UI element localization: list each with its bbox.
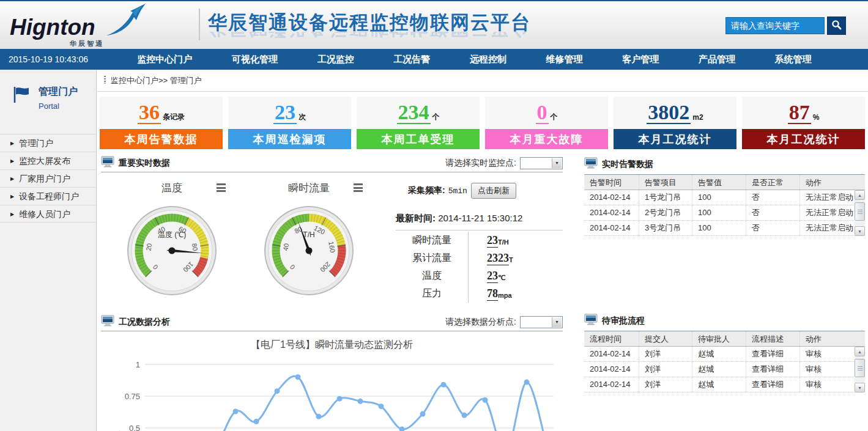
scroll-up-icon[interactable]: ▲ [855,190,865,200]
scroll-down-icon[interactable]: ▼ [855,226,865,236]
stat-unit: m2 [692,113,703,122]
monitor-icon [101,315,114,329]
logo-text: Hignton [10,15,95,40]
main-nav: 2015-10-19 10:43:06 监控中心门户 可视化管理 工况监控 工况… [0,49,868,70]
nav-item-condition-monitor[interactable]: 工况监控 [317,54,354,65]
metric-label: 累计流量 [396,252,468,265]
nav-item-system-mgmt[interactable]: 系统管理 [775,54,812,65]
table-row: 2014-02-141号龙门吊100否无法正常启动 [584,190,865,205]
logo: Hignton 华辰智通 [9,4,201,48]
table-row: 2014-02-143号龙门吊100否无法正常启动 [584,221,865,236]
analysis-point-select[interactable]: ▼ [520,316,563,328]
nav-item-condition-alarm[interactable]: 工况告警 [393,54,430,65]
sidebar-item-admin-portal[interactable]: ▶ 管理门户 [0,134,96,152]
scrollbar-thumb[interactable] [855,202,865,221]
search-button[interactable] [827,17,846,35]
nav-item-customer-mgmt[interactable]: 客户管理 [622,54,659,65]
svg-text:80: 80 [191,243,199,251]
page-header: Hignton 华辰智通 华辰智通设备远程监控物联网云平台 华辰智通设备远程监控… [0,0,868,49]
metric-value: 23 [487,234,498,248]
nav-item-product-mgmt[interactable]: 产品管理 [699,54,735,65]
nav-item-visual-mgmt[interactable]: 可视化管理 [232,54,278,65]
chevron-down-icon[interactable]: ▼ [552,158,562,168]
monitor-point-select[interactable]: ▼ [520,157,563,169]
alarm-table: 告警时间 告警项目 告警值 是否正常 动作 2014-02-141号龙门吊100… [584,174,865,236]
nav-item-monitor-center-portal[interactable]: 监控中心门户 [137,54,192,65]
sidebar-item-factory-portal[interactable]: ▶ 厂家用户门户 [0,169,96,187]
chart-menu-icon[interactable] [354,183,363,194]
table-row: 2014-02-14刘洋赵城查看详细审核 [584,377,865,392]
section-divider [101,331,563,331]
col-header: 告警项目 [639,175,692,190]
monitor-icon [584,314,598,328]
svg-text:温度 (℃): 温度 (℃) [158,230,186,239]
metric-value: 23 [487,270,498,283]
sidebar-item-screen-publish[interactable]: ▶ 监控大屏发布 [0,152,96,169]
table-header-row: 告警时间 告警项目 告警值 是否正常 动作 [584,174,865,190]
chart-menu-icon[interactable] [217,183,226,194]
metric-unit: T [509,256,513,263]
flag-icon [12,86,31,111]
stat-value-link[interactable]: 234 [397,101,431,125]
sidebar-menu: ▶ 管理门户 ▶ 监控大屏发布 ▶ 厂家用户门户 ▶ 设备工程师门户 ▶ 维修人… [0,134,96,223]
stat-value-link[interactable]: 23 [273,101,297,125]
divider [396,230,563,230]
metric-label: 温度 [396,270,468,282]
stat-card-monthly-condition-area: 3802m2 本月工况统计 [614,97,736,149]
svg-text:20: 20 [144,243,153,251]
stat-value-link[interactable]: 36 [138,101,161,125]
scroll-up-icon[interactable]: ▲ [855,347,865,356]
latest-time-label: 最新时间: [396,213,436,223]
col-header: 流程描述 [746,331,800,346]
monitor-point-select-label: 请选择实时监控点: [445,158,516,169]
sidebar: 管理门户 Portal ▶ 管理门户 ▶ 监控大屏发布 ▶ 厂家用户门户 ▶ 设… [0,70,97,431]
sidebar-item-maintainer-portal[interactable]: ▶ 维修人员门户 [0,205,96,223]
svg-text:1: 1 [136,360,140,369]
temperature-gauge-chart: 020406080100温度 (℃) [125,204,219,298]
metric-label: 压力 [396,287,468,300]
scrollbar-thumb[interactable] [855,359,865,377]
table-row: 2014-02-14刘洋赵城查看详细审核 [584,347,865,362]
table-row: 2014-02-142号龙门吊100否无法正常启动 [584,205,865,221]
breadcrumb-icon [103,76,106,86]
monitor-icon [584,157,598,171]
sidebar-item-engineer-portal[interactable]: ▶ 设备工程师门户 [0,187,96,205]
search-input[interactable] [725,17,825,34]
flow-gauge-chart: 04080120160200T/H [262,204,356,298]
scroll-down-icon[interactable]: ▼ [855,383,865,392]
metric-value: 2323 [487,252,509,265]
stat-value-link[interactable]: 3802 [647,101,691,125]
nav-item-maintenance-mgmt[interactable]: 维修管理 [546,54,583,65]
gauge-title: 瞬时流量 [288,181,330,195]
table-scrollbar[interactable]: ▲ ▼ [855,347,865,392]
section-title-approvals: 待审批流程 [602,315,645,326]
realtime-values-panel: 采集频率: 5min 点击刷新 最新时间: 2014-11-21 15:30:1… [396,183,563,303]
col-header: 告警值 [692,175,746,190]
nav-timestamp: 2015-10-19 10:43:06 [9,54,111,64]
table-scrollbar[interactable]: ▲ ▼ [855,190,865,236]
section-divider [101,172,563,172]
portal-subtitle: Portal [39,101,78,111]
metric-value: 78 [487,287,498,301]
chevron-down-icon[interactable]: ▼ [552,317,562,327]
stat-card-weekly-inspection-misses: 23次 本周巡检漏项 [228,97,351,149]
nav-item-remote-control[interactable]: 远程控制 [470,54,506,65]
table-row: 2014-02-14刘洋赵城查看详细审核 [584,362,865,377]
stat-value-link[interactable]: 87 [788,101,811,125]
col-header: 告警时间 [584,175,639,190]
col-header: 提交人 [639,331,692,346]
logo-subtext: 华辰智通 [70,39,104,48]
stat-label: 本月工况统计 [742,129,865,149]
stat-value-link[interactable]: 0 [536,101,549,125]
metric-row-temperature: 温度 23℃ [396,267,563,285]
stat-label: 本月工况统计 [614,129,736,149]
collect-freq-label: 采集频率: [408,185,445,196]
analysis-point-select-label: 请选择数据分析点: [445,317,516,328]
gauge-flow: 瞬时流量 04080120160200T/H [243,179,375,298]
stat-unit: % [813,113,820,122]
stat-card-monthly-condition-pct: 87% 本月工况统计 [742,97,865,149]
table-header-row: 流程时间 提交人 待审批人 流程描述 动作 [584,331,865,347]
refresh-button[interactable]: 点击刷新 [471,183,516,199]
chevron-right-icon: ▶ [10,205,14,223]
main-content: 监控中心门户>> 管理门户 36条记录 本周告警数据 23次 本周巡检漏项 23… [97,70,868,431]
